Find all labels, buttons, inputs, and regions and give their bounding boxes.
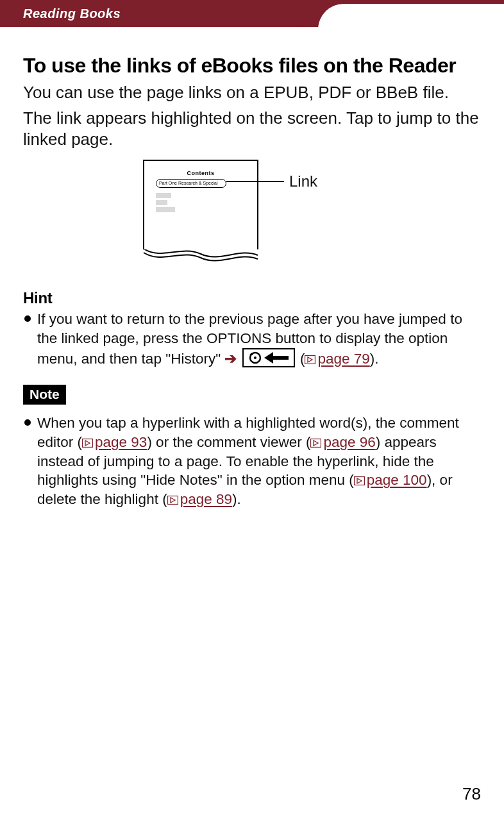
reader-link-chip: Part One Research & Special — [156, 179, 226, 188]
note-item: When you tap a hyperlink with a highligh… — [23, 414, 481, 508]
page-title: To use the links of eBooks files on the … — [23, 54, 481, 78]
note-t2: ) or the comment viewer ( — [147, 434, 310, 450]
reader-doc-title: Contents — [156, 170, 246, 176]
svg-rect-3 — [83, 439, 93, 447]
page-link-93[interactable]: page 93 — [95, 434, 147, 450]
svg-rect-5 — [354, 477, 364, 485]
note-t5: ). — [232, 491, 241, 507]
hint-heading: Hint — [23, 289, 481, 307]
page-ref-icon — [310, 439, 321, 448]
page-ref-icon — [305, 355, 315, 364]
page-ref-icon — [354, 476, 365, 485]
hint-text-open: ( — [300, 351, 305, 367]
header-top-strip — [408, 0, 504, 4]
page-number: 78 — [462, 784, 481, 804]
reader-screen: Contents Part One Research & Special — [143, 160, 258, 249]
svg-rect-6 — [167, 496, 178, 504]
header-bar: Reading Books — [0, 0, 504, 27]
page-link-100[interactable]: page 100 — [367, 472, 427, 488]
page-link-79[interactable]: page 79 — [317, 351, 369, 367]
hint-item: If you want to return to the previous pa… — [23, 310, 481, 368]
hint-text-close: ). — [370, 351, 379, 367]
page-link-89[interactable]: page 89 — [180, 491, 232, 507]
page-ref-icon — [82, 439, 93, 448]
arrow-right-icon: ➔ — [224, 351, 237, 367]
history-back-icon — [242, 348, 295, 367]
page-link-96[interactable]: page 96 — [323, 434, 375, 450]
reader-bottom-curve — [143, 249, 258, 264]
header-notch-fill — [408, 4, 504, 27]
header-notch — [318, 4, 408, 27]
intro-paragraph-1: You can use the page links on a EPUB, PD… — [23, 82, 481, 104]
page-ref-icon — [167, 496, 178, 505]
callout-label: Link — [289, 172, 317, 190]
svg-point-1 — [254, 356, 256, 359]
callout-leader-line — [226, 181, 284, 182]
intro-paragraph-2: The link appears highlighted on the scre… — [23, 108, 481, 151]
svg-rect-4 — [311, 439, 321, 447]
note-badge: Note — [23, 385, 66, 405]
link-diagram: Contents Part One Research & Special Lin… — [143, 160, 361, 264]
svg-rect-2 — [305, 355, 315, 364]
